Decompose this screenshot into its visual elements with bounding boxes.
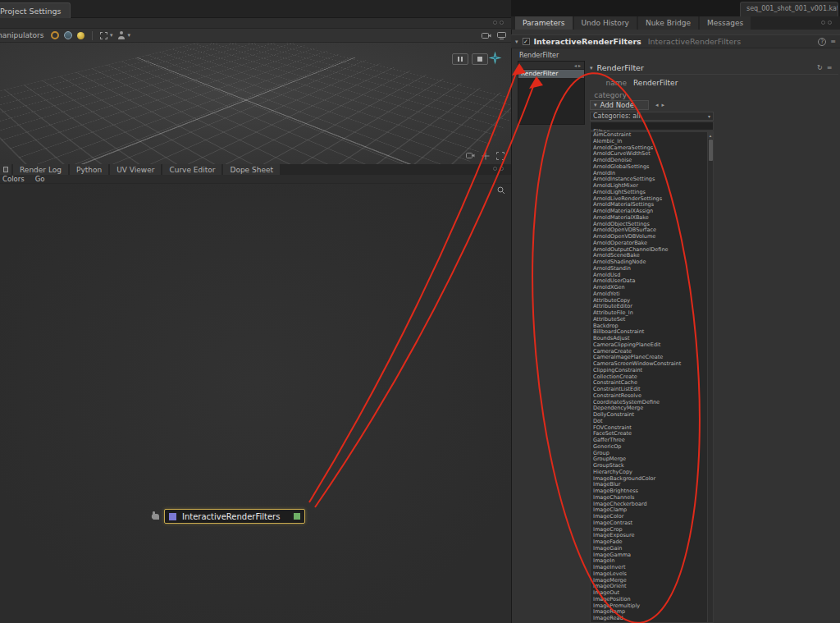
node-type-item[interactable]: ImageBrightness [591,488,707,495]
node-type-item[interactable]: ArnoldCameraSettings [591,145,707,152]
node-type-item[interactable]: ImageGain [591,546,707,552]
node-type-item[interactable]: Group [591,451,707,457]
node-type-item[interactable]: ArnoldUsd [591,273,707,279]
node-type-item[interactable]: BoundsAdjust [591,336,707,342]
node-type-item[interactable]: ImageLevels [591,571,707,578]
camera-icon[interactable] [466,152,475,159]
sphere-icon[interactable] [77,32,84,39]
chevron-down-icon[interactable]: ▾ [110,32,113,39]
node-type-item[interactable]: ImageOrient [591,584,707,590]
node-type-item[interactable]: BillboardConstraint [591,329,707,336]
node-interactiverenderfilters[interactable]: InteractiveRenderFilters [164,509,305,524]
node-type-item[interactable]: ArnoldXGen [591,285,707,291]
tab[interactable]: Python [70,164,108,175]
node-type-item[interactable]: AttributeEditor [591,304,707,310]
chevron-down-icon[interactable]: ▾ [128,32,131,39]
node-type-list[interactable]: AimConstraintAlembic_InArnoldCameraSetti… [590,131,714,623]
node-type-item[interactable]: ConstraintResolve [591,393,707,400]
node-type-item[interactable]: Alembic_In [591,139,707,145]
tab[interactable]: Nuke Bridge [638,16,698,30]
frame-icon[interactable] [496,152,504,160]
node-type-item[interactable]: ImageBackgroundColor [591,476,707,483]
node-type-item[interactable]: DollyConstraint [591,412,707,419]
node-type-item[interactable]: CoordinateSystemDefine [591,400,707,406]
colors-button[interactable]: Colors [2,175,25,183]
node-type-item[interactable]: ConstraintCache [591,380,707,387]
scrollbar-thumb[interactable] [709,140,713,161]
page-right-icon[interactable]: ▸ [578,62,582,68]
categories-dropdown[interactable]: Categories: all ▾ [590,112,714,121]
name-value[interactable]: RenderFilter [633,79,678,87]
page-left-icon[interactable]: ◂ [655,102,662,108]
pause-button[interactable] [452,53,468,65]
menu-icon[interactable]: ≡ [830,38,836,46]
edit-flag-icon[interactable] [149,511,161,521]
node-type-item[interactable]: ImagePosition [591,597,707,603]
render-star-icon[interactable] [488,51,502,65]
node-type-item[interactable]: Backdrop [591,323,707,330]
tab[interactable]: UV Viewer [110,164,161,175]
filter-stack-item[interactable]: RenderFilter [518,70,584,78]
tab[interactable]: Render Log [13,164,68,175]
scroll-up-icon[interactable]: ▴ [708,132,713,139]
ring-manipulator-icon[interactable] [51,31,59,39]
node-type-item[interactable]: ImageRamp [591,609,707,616]
node-type-item[interactable]: ArnoldMaterialXAssign [591,208,707,215]
bypass-checkbox[interactable]: ✓ [523,38,530,45]
tab[interactable]: Parameters [515,16,573,30]
scrollbar[interactable]: ▴ [707,132,713,622]
node-type-item[interactable]: ArnoldLightMixer [591,183,707,190]
node-type-item[interactable]: FaceSetCreate [591,431,707,437]
node-type-item[interactable]: ImagePremultiply [591,603,707,610]
node-type-item[interactable]: GroupMerge [591,456,707,463]
graph-pane-controls[interactable] [493,167,504,171]
node-type-item[interactable]: AttributeCopy [591,298,707,305]
node-type-item[interactable]: CameraCreate [591,349,707,355]
node-type-item[interactable]: ArnoldMaterialSettings [591,202,707,208]
node-graph[interactable]: InteractiveRenderFilters [0,184,511,623]
collapse-icon[interactable]: ▾ [515,39,518,45]
node-output-square[interactable] [294,513,300,520]
filter-stack[interactable]: ◂▸ RenderFilter [518,61,585,125]
node-type-item[interactable]: ImageChannels [591,495,707,502]
node-type-item[interactable]: HierarchyCopy [591,470,707,476]
manipulators-label[interactable]: manipulators [0,31,46,39]
node-type-item[interactable]: GenericOp [591,444,707,451]
node-type-item[interactable]: ImageFade [591,539,707,546]
node-input-square[interactable] [169,513,176,520]
globe-icon[interactable] [64,31,72,39]
reset-icon[interactable]: ↻ [817,64,823,72]
node-type-item[interactable]: ImageMerge [591,578,707,584]
node-type-item[interactable]: ImageContrast [591,520,707,527]
move-icon[interactable] [482,152,490,160]
camera-icon[interactable] [482,32,491,39]
node-type-item[interactable]: ArnoldGlobalSettings [591,164,707,171]
tab[interactable]: Curve Editor [162,164,221,175]
node-type-item[interactable]: CollectionCreate [591,374,707,381]
display-icon[interactable] [497,32,506,39]
go-button[interactable]: Go [35,175,45,183]
user-icon[interactable] [118,31,126,39]
node-type-item[interactable]: ArnoldStandin [591,266,707,273]
help-icon[interactable]: ? [818,38,826,46]
node-type-item[interactable]: ArnoldUserData [591,278,707,285]
node-type-item[interactable]: ArnoldOutputChannelDefine [591,247,707,254]
node-type-item[interactable]: GroupStack [591,463,707,470]
node-type-item[interactable]: AimConstraint [591,132,707,139]
node-type-item[interactable]: FOVConstraint [591,425,707,432]
node-type-item[interactable]: ArnoldIn [591,171,707,177]
node-type-item[interactable]: ImageIn [591,558,707,565]
node-type-item[interactable]: DependencyMerge [591,405,707,412]
tab[interactable]: Dope Sheet [223,164,280,175]
add-node-header[interactable]: ▾ Add Node [590,100,649,110]
tab-project-settings[interactable]: Project Settings [0,2,71,18]
viewer-pane-controls[interactable] [493,21,504,25]
node-type-item[interactable]: ImageCheckerboard [591,502,707,508]
node-type-item[interactable]: ClippingConstraint [591,368,707,374]
node-type-item[interactable]: ConstraintListEdit [591,387,707,393]
node-type-item[interactable]: CameraScreenWindowConstraint [591,361,707,368]
node-type-item[interactable]: ArnoldYeti [591,291,707,298]
node-type-item[interactable]: ArnoldLightSettings [591,190,707,196]
menu-icon[interactable]: ≡ [827,64,833,72]
node-type-item[interactable]: ArnoldShadingNode [591,259,707,266]
